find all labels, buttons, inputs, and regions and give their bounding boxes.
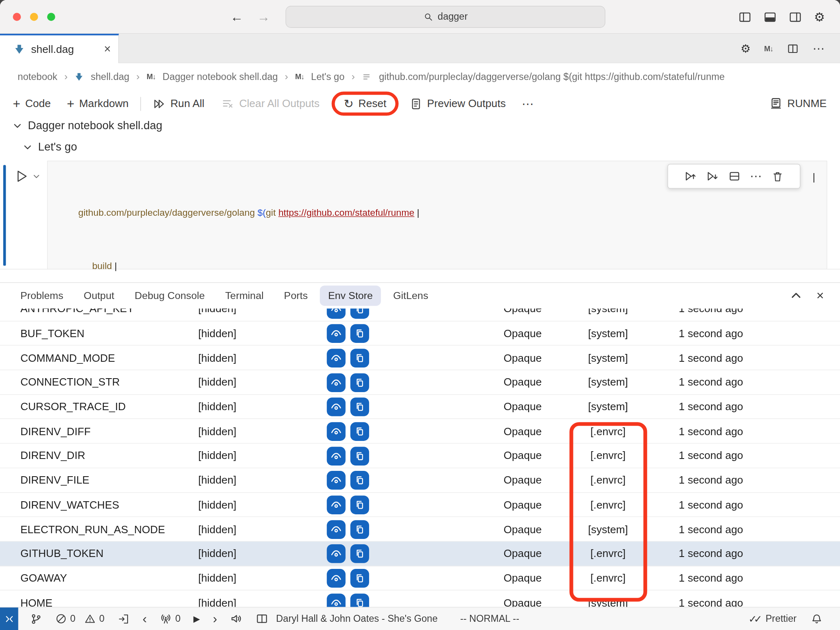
run-options-chevron-icon[interactable] [33, 173, 40, 180]
reveal-eye-button[interactable] [327, 308, 346, 318]
preview-outputs-button[interactable]: Preview Outputs [409, 97, 506, 110]
notifications-bell-icon[interactable] [810, 613, 823, 625]
panel-tab-problems[interactable]: Problems [21, 290, 64, 302]
remote-indicator[interactable] [0, 607, 18, 630]
reveal-eye-button[interactable] [327, 349, 346, 368]
command-center-search[interactable]: dagger [285, 6, 605, 28]
cell-editor[interactable]: github.com/purpleclay/daggerverse/golang… [47, 161, 827, 269]
delete-cell-trash-icon[interactable] [772, 170, 784, 183]
breadcrumb-item[interactable]: notebook [18, 71, 57, 82]
copy-value-button[interactable] [350, 569, 369, 588]
split-cell-icon[interactable] [728, 170, 741, 183]
reveal-eye-button[interactable] [327, 397, 346, 416]
copy-value-button[interactable] [350, 545, 369, 564]
notebook-settings-gear-icon[interactable]: ⚙ [741, 42, 751, 55]
editor-more-actions-icon[interactable]: ⋯ [813, 41, 825, 55]
code-link[interactable]: https://github.com/stateful/runme [278, 207, 415, 218]
table-row[interactable]: DIRENV_FILE[hidden]Opaque[.envrc]1 secon… [0, 468, 840, 493]
panel-tab-output[interactable]: Output [84, 290, 114, 302]
reveal-eye-button[interactable] [327, 422, 346, 441]
reveal-eye-button[interactable] [327, 373, 346, 392]
copy-value-button[interactable] [350, 349, 369, 368]
panel-tab-env-store[interactable]: Env Store [320, 285, 381, 306]
layout-panel-icon[interactable] [764, 10, 777, 24]
panel-tab-gitlens[interactable]: GitLens [393, 290, 429, 302]
back-icon[interactable]: ← [231, 9, 243, 25]
table-row[interactable]: DIRENV_DIR[hidden]Opaque[.envrc]1 second… [0, 444, 840, 468]
notebook-section-header[interactable]: Dagger notebook shell.dag [13, 119, 162, 132]
breadcrumb-item[interactable]: Dagger notebook shell.dag [162, 71, 278, 82]
toolbar-more-actions-icon[interactable]: ⋯ [522, 97, 534, 111]
copy-value-button[interactable] [350, 593, 369, 607]
table-row[interactable]: CONNECTION_STR[hidden]Opaque[system]1 se… [0, 370, 840, 395]
tab-shell-dag[interactable]: shell.dag × [0, 34, 119, 63]
panel-tab-terminal[interactable]: Terminal [225, 290, 264, 302]
run-cell-button[interactable] [14, 168, 30, 184]
table-row[interactable]: DIRENV_DIFF[hidden]Opaque[.envrc]1 secon… [0, 419, 840, 444]
reveal-eye-button[interactable] [327, 593, 346, 607]
copy-value-button[interactable] [350, 308, 369, 318]
table-row[interactable]: COMMAND_MODE[hidden]Opaque[system]1 seco… [0, 346, 840, 370]
breadcrumb-item[interactable]: github.com/purpleclay/daggerverse/golang… [379, 71, 725, 82]
breadcrumb-item[interactable]: Let's go [311, 71, 345, 82]
run-above-icon[interactable] [684, 170, 697, 183]
speaker-icon[interactable] [230, 612, 243, 625]
commit-graph-icon[interactable] [30, 613, 42, 625]
layout-sidebar-left-icon[interactable] [738, 10, 752, 24]
notebook-subsection-header[interactable]: Let's go [23, 140, 77, 153]
close-window-button[interactable] [13, 13, 21, 21]
reveal-eye-button[interactable] [327, 520, 346, 539]
forward-icon[interactable]: → [257, 9, 270, 25]
table-row[interactable]: BUF_TOKEN[hidden]Opaque[system]1 second … [0, 321, 840, 346]
breadcrumb-item[interactable]: shell.dag [91, 71, 129, 82]
copy-value-button[interactable] [350, 422, 369, 441]
maximize-window-button[interactable] [47, 13, 55, 21]
layout-sidebar-right-icon[interactable] [789, 10, 802, 24]
copy-value-button[interactable] [350, 471, 369, 490]
settings-gear-icon[interactable]: ⚙ [814, 10, 825, 24]
table-row[interactable]: DIRENV_WATCHES[hidden]Opaque[.envrc]1 se… [0, 493, 840, 517]
now-playing-status[interactable]: Daryl Hall & John Oates - She's Gone [276, 613, 438, 624]
copy-value-button[interactable] [350, 397, 369, 416]
panel-collapse-chevron-up-icon[interactable] [790, 290, 802, 302]
panel-tab-ports[interactable]: Ports [284, 290, 308, 302]
play-icon[interactable]: ▶ [194, 614, 200, 624]
prettier-status[interactable]: ✓✓ Prettier [749, 613, 797, 625]
reveal-eye-button[interactable] [327, 545, 346, 564]
reset-icon[interactable]: ↻ [344, 97, 354, 110]
run-below-icon[interactable] [706, 170, 719, 183]
table-row[interactable]: ANTHROPIC_API_KEY[hidden]Opaque[system]1… [0, 308, 840, 321]
copy-value-button[interactable] [350, 324, 369, 343]
reveal-eye-button[interactable] [327, 447, 346, 466]
vim-mode-indicator[interactable]: -- NORMAL -- [460, 613, 519, 624]
copy-value-button[interactable] [350, 373, 369, 392]
split-editor-icon[interactable] [786, 42, 799, 55]
table-row[interactable]: GOAWAY[hidden]Opaque[.envrc]1 second ago [0, 566, 840, 591]
add-code-cell-button[interactable]: + Code [13, 96, 51, 111]
book-icon[interactable] [256, 612, 268, 625]
markdown-sort-icon[interactable]: M↓ [764, 44, 773, 53]
reveal-eye-button[interactable] [327, 324, 346, 343]
add-markdown-cell-button[interactable]: + Markdown [67, 96, 129, 111]
table-row[interactable]: CURSOR_TRACE_ID[hidden]Opaque[system]1 s… [0, 395, 840, 419]
broadcast-indicator[interactable]: 0 [160, 613, 180, 625]
reset-button[interactable]: Reset [358, 98, 386, 110]
reveal-eye-button[interactable] [327, 569, 346, 588]
panel-close-icon[interactable]: × [817, 288, 824, 304]
chevron-left-icon[interactable]: ‹ [142, 611, 146, 626]
table-row[interactable]: GITHUB_TOKEN[hidden]Opaque[.envrc]1 seco… [0, 541, 840, 566]
table-row[interactable]: ELECTRON_RUN_AS_NODE[hidden]Opaque[syste… [0, 517, 840, 542]
runme-button[interactable]: RUNME [769, 97, 826, 110]
tab-close-icon[interactable]: × [104, 42, 111, 56]
reveal-eye-button[interactable] [327, 471, 346, 490]
copy-value-button[interactable] [350, 447, 369, 466]
reveal-eye-button[interactable] [327, 495, 346, 514]
cell-more-actions-icon[interactable]: ⋯ [750, 169, 762, 183]
chevron-right-icon[interactable]: › [213, 611, 217, 626]
copy-value-button[interactable] [350, 495, 369, 514]
run-all-button[interactable]: Run All [153, 97, 204, 110]
minimize-window-button[interactable] [30, 13, 38, 21]
exit-door-icon[interactable] [117, 613, 130, 625]
clear-all-outputs-button[interactable]: Clear All Outputs [221, 97, 320, 110]
copy-value-button[interactable] [350, 520, 369, 539]
